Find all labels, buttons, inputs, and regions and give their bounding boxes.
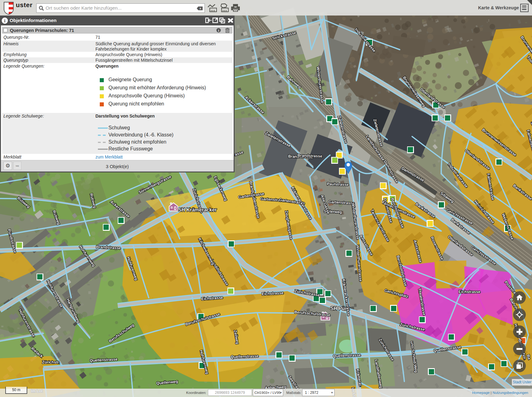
svg-text:Zürichstr.: Zürichstr.: [42, 360, 60, 364]
svg-text:i: i: [218, 29, 219, 32]
svg-text:Paulstrasse: Paulstrasse: [327, 182, 349, 187]
svg-text:i: i: [4, 18, 6, 23]
svg-text:x: x: [200, 7, 201, 10]
svg-text:SH Krämeracker: SH Krämeracker: [178, 207, 217, 212]
svg-text:Brandstrasse: Brandstrasse: [297, 153, 322, 158]
svg-text:Eichstrasse: Eichstrasse: [459, 290, 480, 294]
